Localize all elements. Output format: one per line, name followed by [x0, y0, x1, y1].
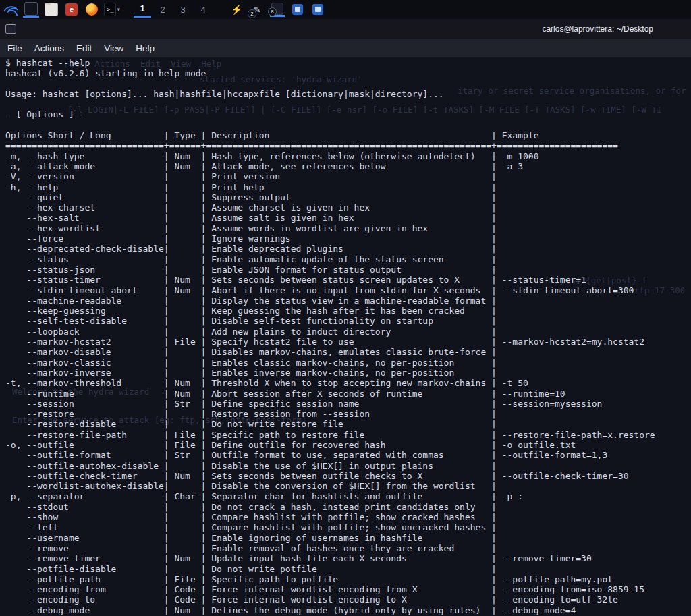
menu-edit[interactable]: Edit [70, 43, 98, 53]
system-tray: ⚡ ✎ 2 8 [229, 2, 325, 17]
terminal-line [5, 99, 691, 109]
terminal-sessions-icon[interactable]: 8 [270, 2, 285, 17]
blue-app-glyph [292, 4, 303, 15]
kali-menu-icon[interactable] [3, 1, 19, 18]
terminal-prompt-launcher-icon[interactable]: >_ ▾ [104, 1, 120, 18]
clipboard-badge: 2 [248, 9, 256, 18]
terminal-line: --stdin-timeout-abort | Num | Abort if t… [5, 285, 691, 296]
menu-view[interactable]: View [98, 43, 130, 53]
menu-help[interactable]: Help [130, 43, 161, 53]
workspace-switcher: 1 2 3 4 [134, 1, 212, 18]
terminal-output[interactable]: $ hashcat --helphashcat (v6.2.6) startin… [0, 57, 691, 616]
editor-glyph: e [65, 3, 78, 16]
terminal-line: --markov-disable | | Disables markov-cha… [5, 347, 691, 357]
terminal-line: ==============================+======+==… [5, 140, 691, 150]
terminal-line: --restore-file-path | File | Specific pa… [5, 430, 691, 440]
menu-actions[interactable]: Actions [28, 43, 70, 53]
terminal-line: --left | | Compare hashlist with potfile… [5, 522, 691, 532]
terminal-line: --quiet | | Suppress output | [5, 192, 691, 202]
terminal-line: Options Short / Long | Type | Descriptio… [5, 130, 691, 140]
terminal-line: --markov-classic | | Enables classic mar… [5, 358, 691, 368]
terminal-line: --runtime | Num | Abort session after X … [5, 389, 691, 399]
terminal-line: --force | | Ignore warnings | [5, 233, 691, 244]
terminal-line: -t, --markov-threshold | Num | Threshold… [5, 378, 691, 388]
terminal-line: --show | | Compare hashlist with potfile… [5, 512, 691, 522]
terminal-menubar: File Actions Edit View Help [0, 39, 691, 57]
terminal-line: --wordlist-autohex-disable| | Disable th… [5, 481, 691, 491]
terminal-line: --markov-hcstat2 | File | Specify hcstat… [5, 337, 691, 347]
terminal-line: --session | Str | Define specific sessio… [5, 399, 691, 409]
prompt-glyph: >_ [104, 3, 116, 16]
terminal-line: -o, --outfile | File | Define outfile fo… [5, 440, 691, 450]
firefox-launcher-icon[interactable] [84, 1, 100, 18]
lightning-bolt-icon: ⚡ [231, 4, 242, 15]
folder-glyph [45, 3, 58, 16]
tray-app-icon-1[interactable] [290, 2, 305, 17]
terminal-line: --keep-guessing | | Keep guessing the ha… [5, 306, 691, 316]
text-editor-launcher-icon[interactable]: e [63, 1, 80, 18]
terminal-window-glyph [24, 2, 38, 16]
terminal-line: --outfile-check-timer | Num | Sets secon… [5, 471, 691, 481]
terminal-line: --outfile-format | Str | Outfile format … [5, 450, 691, 460]
terminal-line: --username | | Enable ignoring of userna… [5, 533, 691, 543]
firefox-glyph [86, 3, 98, 16]
terminal-line: --status | | Enable automatic update of … [5, 254, 691, 264]
terminal-line: --restore-disable | | Do not write resto… [5, 419, 691, 429]
terminal-line: --outfile-autohex-disable | | Disable th… [5, 461, 691, 471]
terminal-line: --debug-mode | Num | Defines the debug m… [5, 605, 691, 615]
terminal-line: -m, --hash-type | Num | Hash-type, refer… [5, 151, 691, 161]
menu-file[interactable]: File [1, 43, 28, 53]
terminal-line: -p, --separator | Char | Separator char … [5, 491, 691, 501]
window-title: carlos@laprovittera: ~/Desktop [542, 19, 653, 39]
chevron-down-icon[interactable]: ▾ [117, 6, 120, 13]
blue-app-glyph-2 [312, 4, 323, 15]
terminal-line: --machine-readable | | Display the statu… [5, 296, 691, 306]
terminal-line: --remove | | Enable removal of hashes on… [5, 543, 691, 553]
terminal-line: --status-timer | Num | Sets seconds betw… [5, 275, 691, 285]
terminal-line [5, 120, 691, 130]
terminal-line: --markov-inverse | | Enables inverse mar… [5, 368, 691, 378]
terminal-line: --remove-timer | Num | Update input hash… [5, 553, 691, 563]
terminal-line: --potfile-path | File | Specific path to… [5, 574, 691, 584]
workspace-3[interactable]: 3 [174, 1, 192, 18]
file-manager-launcher-icon[interactable] [43, 1, 59, 18]
top-panel: e >_ ▾ 1 2 3 4 ⚡ ✎ 2 8 [0, 0, 691, 19]
clipboard-manager-icon[interactable]: ✎ 2 [250, 2, 265, 17]
terminal-line: $ hashcat --help [5, 58, 691, 68]
tray-app-icon-2[interactable] [310, 2, 325, 17]
terminal-line: --encoding-to | Code | Force internal wo… [5, 594, 691, 605]
terminal-line [5, 79, 691, 89]
terminal-line: hashcat (v6.2.6) starting in help mode [5, 68, 691, 78]
terminal-line: --status-json | | Enable JSON format for… [5, 264, 691, 275]
terminal-line: -h, --help | | Print help | [5, 182, 691, 192]
kali-dragon-logo [3, 2, 18, 17]
terminal-line: --self-test-disable | | Disable self-tes… [5, 316, 691, 326]
terminal-line: Usage: hashcat [options]... hash|hashfil… [5, 89, 691, 99]
terminal-line: --hex-charset | | Assume charset is give… [5, 202, 691, 213]
workspace-4[interactable]: 4 [194, 1, 212, 18]
terminal-line: --potfile-disable | | Do not write potfi… [5, 564, 691, 574]
terminal-line: -a, --attack-mode | Num | Attack-mode, s… [5, 161, 691, 171]
terminal-line: -V, --version | | Print version | [5, 171, 691, 181]
terminal-line: --hex-wordlist | | Assume words in wordl… [5, 223, 691, 233]
workspace-2[interactable]: 2 [154, 1, 171, 18]
terminal-line: --restore | | Restore session from --ses… [5, 409, 691, 419]
terminal-badge: 8 [268, 7, 277, 16]
terminal-line: --stdout | | Do not crack a hash, instea… [5, 502, 691, 512]
window-icon [5, 24, 16, 34]
power-manager-icon[interactable]: ⚡ [229, 2, 244, 17]
terminal-line: --encoding-from | Code | Force internal … [5, 584, 691, 594]
terminal-launcher-icon[interactable] [23, 1, 39, 18]
terminal-line: --hex-salt | | Assume salt is given in h… [5, 213, 691, 223]
window-titlebar[interactable]: carlos@laprovittera: ~/Desktop [0, 19, 691, 39]
terminal-line: - [ Options ] - [5, 109, 691, 119]
terminal-line: --loopback | | Add new plains to induct … [5, 327, 691, 337]
terminal-line: --deprecated-check-disable| | Enable dep… [5, 244, 691, 254]
workspace-1[interactable]: 1 [134, 1, 151, 18]
